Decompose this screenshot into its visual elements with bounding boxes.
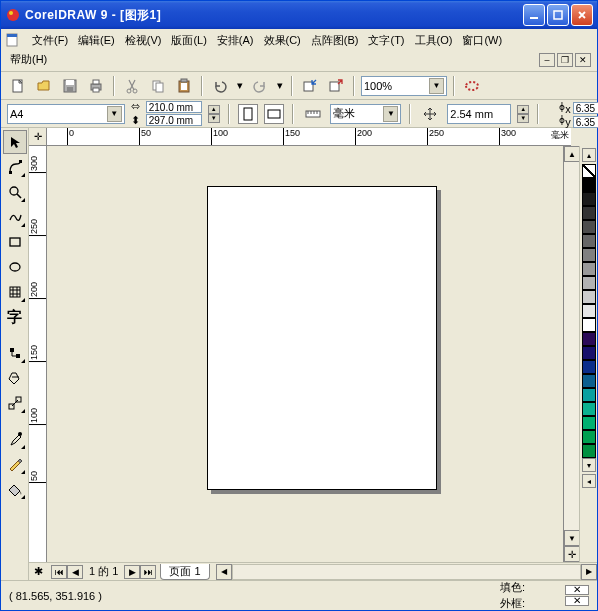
hscroll-track[interactable] bbox=[232, 564, 581, 580]
app-launcher-button[interactable] bbox=[461, 75, 483, 97]
scroll-up-button[interactable]: ▲ bbox=[564, 146, 580, 162]
shape-tool[interactable] bbox=[3, 155, 27, 179]
drawing-page[interactable] bbox=[207, 186, 437, 490]
scroll-right-button[interactable]: ▶ bbox=[581, 564, 597, 580]
color-swatch[interactable] bbox=[582, 332, 596, 346]
color-swatch[interactable] bbox=[582, 374, 596, 388]
undo-dropdown[interactable]: ▾ bbox=[235, 75, 245, 97]
last-page-button[interactable]: ⏭ bbox=[140, 565, 156, 579]
fill-tool[interactable] bbox=[3, 477, 27, 501]
color-swatch[interactable] bbox=[582, 444, 596, 458]
color-swatch[interactable] bbox=[582, 276, 596, 290]
scroll-down-button[interactable]: ▼ bbox=[564, 530, 580, 546]
landscape-button[interactable] bbox=[264, 104, 284, 124]
export-button[interactable] bbox=[325, 75, 347, 97]
pick-tool[interactable] bbox=[3, 130, 27, 154]
interactive-fill-tool[interactable] bbox=[3, 341, 27, 365]
interactive-transparency-tool[interactable] bbox=[3, 366, 27, 390]
freehand-tool[interactable] bbox=[3, 205, 27, 229]
color-swatch[interactable] bbox=[582, 248, 596, 262]
drawing-canvas[interactable] bbox=[47, 146, 563, 562]
mdi-minimize-button[interactable]: – bbox=[539, 53, 555, 67]
outline-swatch[interactable] bbox=[565, 596, 589, 606]
menu-arrange[interactable]: 安排(A) bbox=[212, 31, 259, 50]
color-swatch[interactable] bbox=[582, 318, 596, 332]
prev-page-button[interactable]: ◀ bbox=[67, 565, 83, 579]
minimize-button[interactable] bbox=[523, 4, 545, 26]
horizontal-scrollbar[interactable]: ◀ ▶ bbox=[216, 564, 597, 580]
color-swatch[interactable] bbox=[582, 290, 596, 304]
eyedropper-tool[interactable] bbox=[3, 427, 27, 451]
palette-up-button[interactable]: ▴ bbox=[582, 148, 596, 162]
menu-text[interactable]: 文字(T) bbox=[363, 31, 409, 50]
redo-button[interactable] bbox=[249, 75, 271, 97]
color-swatch[interactable] bbox=[582, 360, 596, 374]
undo-button[interactable] bbox=[209, 75, 231, 97]
redo-dropdown[interactable]: ▾ bbox=[275, 75, 285, 97]
palette-down-button[interactable]: ▾ bbox=[582, 458, 596, 472]
units-dropdown[interactable]: ▼ bbox=[383, 106, 398, 122]
import-button[interactable] bbox=[299, 75, 321, 97]
ellipse-tool[interactable] bbox=[3, 255, 27, 279]
fill-swatch[interactable] bbox=[565, 585, 589, 595]
color-swatch[interactable] bbox=[582, 304, 596, 318]
portrait-button[interactable] bbox=[238, 104, 258, 124]
mdi-close-button[interactable]: ✕ bbox=[575, 53, 591, 67]
page-width-input[interactable]: 210.0 mm bbox=[146, 101, 202, 113]
color-swatch[interactable] bbox=[582, 388, 596, 402]
color-swatch[interactable] bbox=[582, 192, 596, 206]
paste-button[interactable] bbox=[173, 75, 195, 97]
interactive-blend-tool[interactable] bbox=[3, 391, 27, 415]
horizontal-ruler[interactable]: 毫米 050100150200250300 bbox=[47, 128, 571, 146]
mdi-restore-button[interactable]: ❐ bbox=[557, 53, 573, 67]
page-height-input[interactable]: 297.0 mm bbox=[146, 114, 202, 126]
paper-dropdown[interactable]: ▼ bbox=[107, 106, 122, 122]
paper-size-combo[interactable]: A4 ▼ bbox=[7, 104, 125, 124]
zoom-tool[interactable] bbox=[3, 180, 27, 204]
copy-button[interactable] bbox=[147, 75, 169, 97]
color-swatch[interactable] bbox=[582, 220, 596, 234]
menu-bitmaps[interactable]: 点阵图(B) bbox=[306, 31, 364, 50]
menu-tools[interactable]: 工具(O) bbox=[410, 31, 458, 50]
zoom-combo[interactable]: 100% ▼ bbox=[361, 76, 447, 96]
text-tool[interactable]: 字 bbox=[3, 305, 27, 329]
menu-window[interactable]: 窗口(W) bbox=[457, 31, 507, 50]
dup-y-input[interactable]: 6.35 bbox=[573, 116, 598, 128]
color-swatch[interactable] bbox=[582, 402, 596, 416]
ruler-origin[interactable]: ✛ bbox=[29, 128, 47, 146]
vertical-scrollbar[interactable]: ▲ ▼ ✛ bbox=[563, 146, 579, 562]
page-tab[interactable]: 页面 1 bbox=[160, 564, 209, 580]
polygon-tool[interactable] bbox=[3, 280, 27, 304]
color-swatch[interactable] bbox=[582, 178, 596, 192]
nudge-input[interactable]: 2.54 mm bbox=[447, 104, 511, 124]
zoom-dropdown[interactable]: ▼ bbox=[429, 78, 444, 94]
color-swatch[interactable] bbox=[582, 164, 596, 178]
color-swatch[interactable] bbox=[582, 262, 596, 276]
color-swatch[interactable] bbox=[582, 416, 596, 430]
navigator-button[interactable]: ✛ bbox=[564, 546, 580, 562]
menu-effects[interactable]: 效果(C) bbox=[259, 31, 306, 50]
scroll-left-button[interactable]: ◀ bbox=[216, 564, 232, 580]
next-page-button[interactable]: ▶ bbox=[124, 565, 140, 579]
close-button[interactable] bbox=[571, 4, 593, 26]
outline-tool[interactable] bbox=[3, 452, 27, 476]
units-combo[interactable]: 毫米 ▼ bbox=[330, 104, 402, 124]
color-swatch[interactable] bbox=[582, 234, 596, 248]
menu-layout[interactable]: 版面(L) bbox=[166, 31, 211, 50]
titlebar[interactable]: CorelDRAW 9 - [图形1] bbox=[1, 1, 597, 29]
new-button[interactable] bbox=[7, 75, 29, 97]
vscroll-track[interactable] bbox=[564, 162, 579, 530]
dim-spinner[interactable]: ▲▼ bbox=[208, 105, 220, 123]
color-swatch[interactable] bbox=[582, 430, 596, 444]
palette-expand-button[interactable]: ◂ bbox=[582, 474, 596, 488]
color-swatch[interactable] bbox=[582, 206, 596, 220]
menu-help[interactable]: 帮助(H) bbox=[5, 50, 52, 69]
rectangle-tool[interactable] bbox=[3, 230, 27, 254]
maximize-button[interactable] bbox=[547, 4, 569, 26]
print-button[interactable] bbox=[85, 75, 107, 97]
dup-x-input[interactable]: 6.35 bbox=[573, 102, 598, 114]
save-button[interactable] bbox=[59, 75, 81, 97]
first-page-button[interactable]: ⏮ bbox=[51, 565, 67, 579]
menu-file[interactable]: 文件(F) bbox=[27, 31, 73, 50]
color-swatch[interactable] bbox=[582, 346, 596, 360]
